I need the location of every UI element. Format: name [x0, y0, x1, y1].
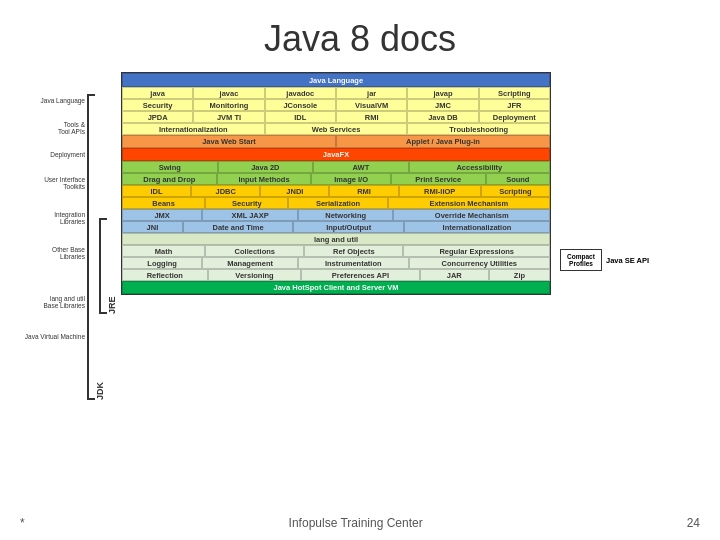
cell-jvmti: JVM TI	[193, 111, 264, 123]
cell-reflection: Reflection	[122, 269, 208, 281]
left-sidebar-labels: Java Language Tools &Tool APIs Deploymen…	[20, 94, 85, 344]
label-other-base: Other BaseLibraries	[52, 246, 85, 260]
cell-lang-util-header: lang and util	[122, 233, 550, 245]
cell-web-services: Web Services	[265, 123, 408, 135]
java-diagram: Java Language java javac javadoc jar jav…	[121, 72, 551, 295]
cell-jdbc: JDBC	[191, 185, 260, 197]
cell-xml-jaxp: XML JAXP	[202, 209, 298, 221]
cell-javap: javap	[407, 87, 478, 99]
cell-rmi-1: RMI	[336, 111, 407, 123]
jdk-jre-bracket-area: JDK JRE	[87, 94, 118, 314]
cell-java: java	[122, 87, 193, 99]
label-lang-util: lang and utilBase Libraries	[43, 295, 85, 309]
cell-image-io: Image I/O	[311, 173, 391, 185]
right-side: Compact Profiles Java SE API	[556, 94, 649, 271]
cell-regex: Regular Expressions	[403, 245, 550, 257]
cell-jndi: JNDI	[260, 185, 329, 197]
cell-jfr: JFR	[479, 99, 550, 111]
cell-scripting-1: Scripting	[479, 87, 550, 99]
cell-jconsole: JConsole	[265, 99, 336, 111]
cell-networking: Networking	[298, 209, 394, 221]
cell-logging: Logging	[122, 257, 202, 269]
cell-extension-mechanism: Extension Mechanism	[388, 197, 550, 209]
cell-idl-2: IDL	[122, 185, 191, 197]
cell-math: Math	[122, 245, 205, 257]
cell-serialization: Serialization	[288, 197, 387, 209]
cell-intl-1: Internationalization	[122, 123, 265, 135]
cell-javafx-header: JavaFX	[122, 148, 550, 161]
cell-instrumentation: Instrumentation	[298, 257, 409, 269]
cell-preferences-api: Preferences API	[301, 269, 419, 281]
label-integration: IntegrationLibraries	[54, 211, 85, 225]
cell-swing: Swing	[122, 161, 218, 173]
label-java-language: Java Language	[41, 97, 85, 104]
cell-print-service: Print Service	[391, 173, 486, 185]
cell-ref-objects: Ref Objects	[304, 245, 403, 257]
label-ui-toolkits: User InterfaceToolkits	[44, 176, 85, 190]
cell-input-methods: Input Methods	[217, 173, 312, 185]
cell-jmc: JMC	[407, 99, 478, 111]
jre-label: JRE	[107, 218, 118, 314]
cell-accessibility: Accessibility	[409, 161, 550, 173]
footer: * Infopulse Training Center 24	[0, 516, 720, 530]
footer-left: *	[20, 516, 25, 530]
cell-visualvm: VisualVM	[336, 99, 407, 111]
cell-jni: JNI	[122, 221, 183, 233]
cell-date-time: Date and Time	[183, 221, 294, 233]
cell-rmi-iiop: RMI-IIOP	[399, 185, 481, 197]
cell-jpda: JPDA	[122, 111, 193, 123]
cell-java-web-start: Java Web Start	[122, 135, 336, 148]
cell-input-output: Input/Output	[293, 221, 404, 233]
java-se-api: Java SE API	[606, 256, 649, 265]
compact-profiles: Compact Profiles	[560, 249, 602, 271]
cell-idl-1: IDL	[265, 111, 336, 123]
cell-monitoring: Monitoring	[193, 99, 264, 111]
cell-deployment-tool: Deployment	[479, 111, 550, 123]
cell-versioning: Versioning	[208, 269, 302, 281]
cell-javadoc: javadoc	[265, 87, 336, 99]
java-se-api-label: Java SE API	[606, 256, 649, 265]
cell-jmx: JMX	[122, 209, 202, 221]
cell-troubleshooting: Troubleshooting	[407, 123, 550, 135]
cell-scripting-2: Scripting	[481, 185, 550, 197]
label-jvm: Java Virtual Machine	[25, 333, 85, 340]
cell-jar: JAR	[420, 269, 489, 281]
cell-concurrency: Concurrency Utilities	[409, 257, 550, 269]
footer-right: 24	[687, 516, 700, 530]
cell-java-language-header: Java Language	[122, 73, 550, 87]
cell-awt: AWT	[313, 161, 409, 173]
cell-java2d: Java 2D	[218, 161, 314, 173]
cell-javac: javac	[193, 87, 264, 99]
label-tools: Tools &Tool APIs	[58, 121, 85, 135]
cell-management: Management	[202, 257, 298, 269]
cell-rmi-2: RMI	[329, 185, 398, 197]
cell-security-2: Security	[205, 197, 288, 209]
cell-dnd: Drag and Drop	[122, 173, 217, 185]
cell-java-db: Java DB	[407, 111, 478, 123]
cell-override-mechanism: Override Mechanism	[393, 209, 550, 221]
cell-zip: Zip	[489, 269, 550, 281]
cell-intl-2: Internationalization	[404, 221, 550, 233]
cell-applet: Applet / Java Plug-in	[336, 135, 550, 148]
compact-profiles-label: Compact Profiles	[563, 253, 599, 267]
page-title: Java 8 docs	[0, 0, 720, 72]
cell-jvm: Java HotSpot Client and Server VM	[122, 281, 550, 294]
cell-security-1: Security	[122, 99, 193, 111]
cell-sound: Sound	[486, 173, 550, 185]
cell-beans: Beans	[122, 197, 205, 209]
jdk-label: JDK	[95, 94, 106, 400]
cell-collections: Collections	[205, 245, 304, 257]
cell-jar: jar	[336, 87, 407, 99]
footer-center: Infopulse Training Center	[289, 516, 423, 530]
label-deployment: Deployment	[50, 151, 85, 158]
